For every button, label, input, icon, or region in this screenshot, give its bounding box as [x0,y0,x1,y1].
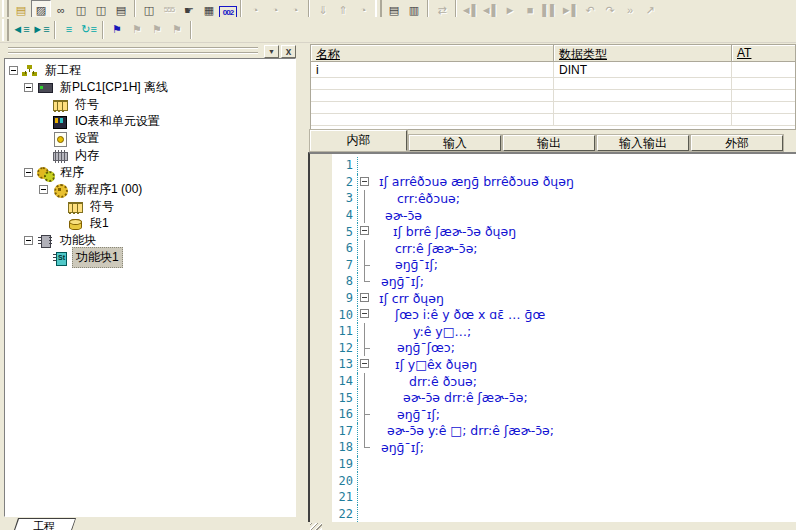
code-text[interactable]: ɪʃ brrê ʃæɚ-ɔ̄ə ðųəŋ [393,224,516,239]
tree-item-gears[interactable]: 程序 [5,164,295,181]
watch3-icon[interactable]: ◔ [285,0,305,17]
edit-view-icon[interactable]: ▨ [31,0,51,17]
binary-002-icon[interactable]: 002 [219,6,237,17]
table-row-empty[interactable] [311,102,795,114]
code-line[interactable]: 12əŋɡ̄ˉʃœɔ; [332,340,796,357]
code-line[interactable]: 22 [332,505,796,522]
code-line[interactable]: 3crr:êðɔuə; [332,190,796,207]
table-cell[interactable] [554,102,732,114]
tree-expander-icon[interactable] [24,168,33,177]
code-text[interactable]: əŋɡ̄ˉɪʃ; [381,274,424,289]
tree-item-memory[interactable]: 内存 [5,147,295,164]
find-icon[interactable]: ∞ [51,0,71,17]
table-cell[interactable] [554,78,732,90]
tab-输出[interactable]: 输出 [503,135,595,151]
table-row-empty[interactable] [311,78,795,90]
fast-forward-icon[interactable]: » [620,0,640,17]
tree-expander-icon[interactable] [24,83,33,92]
code-text[interactable]: drr:ê ðɔuə; [409,374,477,389]
transfer-up-icon[interactable]: ⇑ [333,0,353,17]
code-text[interactable]: y:ê y□…; [413,324,471,339]
tree-item-fb[interactable]: 功能块 [5,232,295,249]
next-bookmark-icon[interactable]: ⚑ [127,20,147,40]
code-line[interactable]: 8əŋɡ̄ˉɪʃ; [332,273,796,290]
table-row-empty[interactable] [311,114,795,126]
code-line[interactable]: 9ɪʃ crr ðųəŋ [332,290,796,307]
table-row-empty[interactable] [311,90,795,102]
fold-margin[interactable] [358,306,373,323]
compare-icon[interactable]: ⇄ [432,0,452,17]
window2-icon[interactable]: ◫ [91,0,111,17]
code-line[interactable]: 18əŋɡ̄ˉɪʃ; [332,439,796,456]
grid-555-icon[interactable]: 555 [159,0,179,17]
tree-expander-icon[interactable] [39,185,48,194]
column-header-2[interactable]: AT [732,45,795,61]
fold-collapse-icon[interactable] [360,359,369,368]
monitor-clock-icon[interactable]: ◔ [353,0,373,17]
chevron-down-icon[interactable]: ▼ [264,45,279,58]
code-line[interactable]: 14drr:ê ðɔuə; [332,373,796,390]
project-tab[interactable]: 工程 [12,518,76,530]
stop-icon[interactable]: ■ [520,0,540,17]
column-header-0[interactable]: 名称 [311,45,554,61]
table-cell[interactable]: DINT [554,62,732,78]
code-line[interactable]: 10ʃœɔ i:ê y ðœ x ɑɛ̄ … ɡ̄œ [332,306,796,323]
tree-item-project[interactable]: 新工程 [5,62,295,79]
code-text[interactable]: ʃœɔ i:ê y ðœ x ɑɛ̄ … ɡ̄œ [395,307,545,322]
export-icon[interactable]: ▤ [384,0,404,17]
fold-margin[interactable] [358,290,373,307]
toolbar-gripper[interactable] [2,19,9,41]
pause-icon[interactable]: ▌▌ [540,0,560,17]
table-icon[interactable]: ▦ [199,0,219,17]
clear-bookmarks-icon[interactable]: ⚑ [167,20,187,40]
tree-expander-icon[interactable] [24,236,33,245]
tab-内部[interactable]: 内部 [310,130,407,151]
code-text[interactable]: əɚ-ɔ̄ə drr:ê ʃæɚ-ɔ̄ə; [403,390,528,405]
code-line[interactable]: 11y:ê y□…; [332,323,796,340]
tree-item-io[interactable]: IO表和单元设置 [5,113,295,130]
tree-item-program[interactable]: 新程序1 (00) [5,181,295,198]
tab-输入输出[interactable]: 输入输出 [597,135,689,151]
tree-item-label[interactable]: 功能块1 [72,247,123,268]
code-line[interactable]: 17əɚ-ɔ̄ə y:ê □; drr:ê ʃæɚ-ɔ̄ə; [332,423,796,440]
window-icon[interactable]: ◫ [71,0,91,17]
code-text[interactable]: əŋɡ̄ˉɪʃ; [381,440,424,455]
panel-splitter[interactable] [296,44,308,522]
table-cell[interactable] [732,90,795,102]
tree-expander-icon[interactable] [9,66,18,75]
table-cell[interactable] [732,114,795,126]
code-text[interactable]: əŋɡ̄ˉɪʃ; [397,407,440,422]
comment-icon[interactable]: ≡ [59,20,79,40]
code-line[interactable]: 21 [332,489,796,506]
toolbar-gripper[interactable] [2,0,9,17]
fold-collapse-icon[interactable] [360,293,369,302]
fold-margin[interactable] [358,174,373,191]
code-line[interactable]: 19 [332,456,796,473]
transfer-down-icon[interactable]: ⇓ [313,0,333,17]
code-line[interactable]: 20 [332,472,796,489]
code-line[interactable]: 4əɚ-ɔ̄ə [332,207,796,224]
fold-margin[interactable] [358,356,373,373]
fold-collapse-icon[interactable] [360,177,369,186]
table-cell[interactable] [311,90,554,102]
step-in-icon[interactable]: ↶ [580,0,600,17]
table-cell[interactable] [732,78,795,90]
table-cell[interactable] [732,102,795,114]
code-text[interactable]: əŋɡ̄ˉʃœɔ; [397,340,455,355]
tree-item-settings[interactable]: 设置 [5,130,295,147]
print-icon[interactable]: ▥ [404,0,424,17]
code-text[interactable]: crr:ê ʃæɚ-ɔ̄ə; [395,241,478,256]
table-cell[interactable] [554,114,732,126]
code-line[interactable]: 2ɪʃ arrêðɔuə æŋɡ̄ brrêðɔuə ðųəŋ [332,174,796,191]
table-cell[interactable] [732,62,795,78]
code-text[interactable]: ɪʃ y□êx ðųəŋ [395,357,477,372]
tab-输入[interactable]: 输入 [409,135,501,151]
tree-item-section[interactable]: 段1 [5,215,295,232]
fold-collapse-icon[interactable] [360,226,369,235]
code-line[interactable]: 6crr:ê ʃæɚ-ɔ̄ə; [332,240,796,257]
code-text[interactable]: crr:êðɔuə; [397,191,460,206]
hand-icon[interactable]: ☛ [179,0,199,17]
step-over-icon[interactable]: ►▌ [560,0,580,17]
tree-item-plc[interactable]: 新PLC1[CP1H] 离线 [5,79,295,96]
editor-lines[interactable]: 12ɪʃ arrêðɔuə æŋɡ̄ brrêðɔuə ðųəŋ3crr:êðɔ… [332,154,796,522]
